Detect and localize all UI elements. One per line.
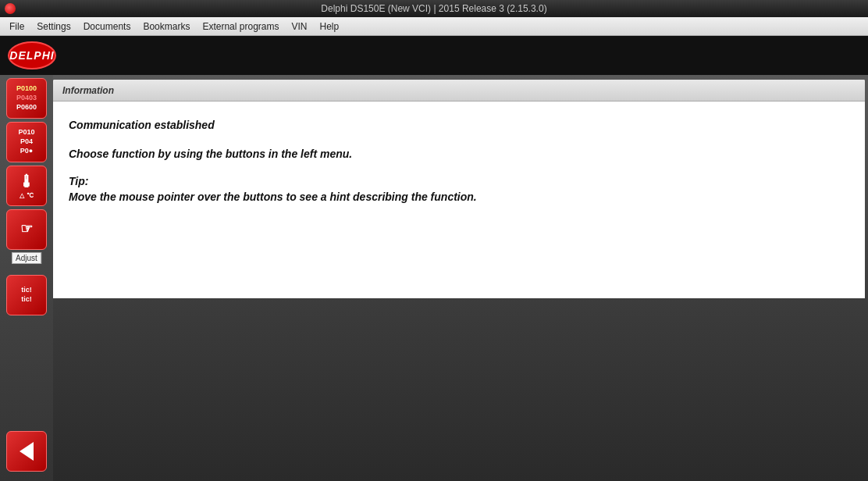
instruction-text: Choose function by using the buttons in … [69,146,849,162]
cursor-icon: ☞ [20,221,33,238]
fault-codes-button-1[interactable]: P0100 P0403 P0600 [6,78,47,119]
dtc-codes-1: P0100 P0403 P0600 [16,84,37,112]
adjust-button[interactable]: ☞ [6,209,47,250]
communication-heading: Communication established [69,117,849,134]
close-button[interactable] [5,3,16,14]
menu-bookmarks[interactable]: Bookmarks [137,20,196,34]
menu-settings[interactable]: Settings [30,20,76,34]
activation-button[interactable]: tic! tic! [6,275,47,315]
delphi-logo: DELPHI [8,41,56,69]
live-data-icon: 🌡 △ ℃ [18,172,35,200]
content-area: Information Communication established Ch… [53,75,868,481]
menu-vin[interactable]: VIN [285,20,313,34]
menu-external-programs[interactable]: External programs [196,20,285,34]
adjust-tooltip: Adjust [12,252,41,264]
activation-text: tic! tic! [21,286,32,304]
information-tab: Information [53,80,865,102]
information-panel: Information Communication established Ch… [53,80,865,298]
title-bar: Delphi DS150E (New VCI) | 2015 Release 3… [0,0,868,17]
window-title: Delphi DS150E (New VCI) | 2015 Release 3… [321,3,546,14]
sidebar: P0100 P0403 P0600 P010 P04 P0● 🌡 △ ℃ ☞ [0,75,53,481]
fault-codes-button-2[interactable]: P010 P04 P0● [6,122,47,162]
content-body: Communication established Choose functio… [53,102,865,298]
tip-label: Tip: [69,175,849,187]
menu-file[interactable]: File [3,20,30,34]
main-area: P0100 P0403 P0600 P010 P04 P0● 🌡 △ ℃ ☞ [0,75,868,481]
back-button[interactable] [6,431,47,472]
tip-text: Move the mouse pointer over the buttons … [69,191,849,203]
back-arrow-icon [20,442,34,461]
menu-help[interactable]: Help [314,20,346,34]
dtc-codes-2: P010 P04 P0● [18,128,34,155]
live-data-button[interactable]: 🌡 △ ℃ [6,166,47,206]
logo-bar: DELPHI [0,36,868,75]
menu-documents[interactable]: Documents [77,20,137,34]
tab-label: Information [62,85,114,96]
menu-bar: File Settings Documents Bookmarks Extern… [0,17,868,36]
adjust-button-container: ☞ Adjust [6,209,47,250]
